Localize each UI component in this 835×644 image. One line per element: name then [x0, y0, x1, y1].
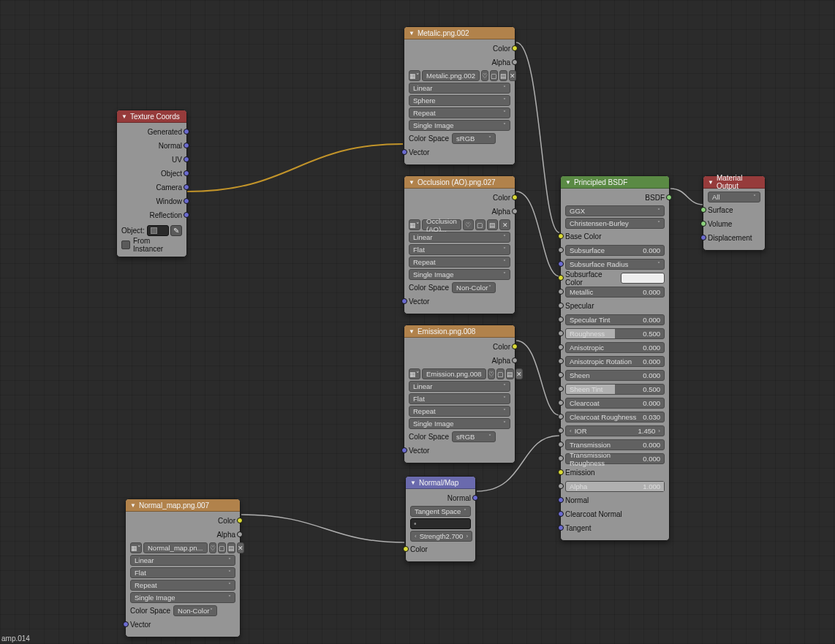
extension-dropdown[interactable]: Repeat˅: [409, 107, 510, 118]
socket-clearcoat[interactable]: [558, 400, 564, 406]
node-header[interactable]: ▼Metalic.png.002: [404, 27, 515, 39]
socket-sheen[interactable]: [558, 372, 564, 378]
socket-surface[interactable]: [700, 207, 706, 213]
node-image-texture-normal[interactable]: ▼Normal_map.png.007 Color Alpha ▦˅ Norma…: [125, 499, 241, 637]
specular-tint-slider[interactable]: Specular Tint0.000: [565, 314, 665, 325]
node-header[interactable]: ▼ Texture Coords: [117, 110, 186, 123]
interpolation-dropdown[interactable]: Linear˅: [409, 83, 510, 94]
image-browse-icon[interactable]: ▦˅: [409, 368, 420, 379]
socket-bsdf-out[interactable]: [666, 194, 672, 200]
socket-color-out[interactable]: [512, 45, 518, 51]
socket-alpha-out[interactable]: [512, 357, 518, 363]
source-dropdown[interactable]: Single Image˅: [409, 418, 510, 429]
interpolation-dropdown[interactable]: Linear˅: [409, 381, 510, 392]
distribution-dropdown[interactable]: GGX˅: [565, 205, 665, 216]
socket-specular-tint[interactable]: [558, 317, 564, 322]
open-image-icon[interactable]: ▤: [227, 542, 235, 553]
open-image-icon[interactable]: ▤: [506, 368, 514, 379]
socket-normal[interactable]: [184, 143, 189, 148]
node-normal-map[interactable]: ▼Normal/Map Normal Tangent Space˅ • ‹Str…: [405, 476, 476, 562]
socket-subsurf-radius[interactable]: [558, 261, 564, 267]
socket-vector-in[interactable]: [401, 447, 407, 453]
image-name-field[interactable]: Emission.png.008: [422, 368, 486, 379]
node-header[interactable]: ▼Principled BSDF: [561, 176, 669, 189]
image-browse-icon[interactable]: ▦˅: [130, 542, 142, 553]
image-browse-icon[interactable]: ▦˅: [409, 219, 420, 230]
socket-transmission-roughness[interactable]: [558, 455, 564, 461]
source-dropdown[interactable]: Single Image˅: [409, 269, 510, 280]
node-header[interactable]: ▼Emission.png.008: [404, 325, 515, 338]
node-header[interactable]: ▼Normal_map.png.007: [126, 499, 240, 512]
subsurf-radius-dropdown[interactable]: Subsurface Radius˅: [565, 259, 665, 270]
node-image-texture-metalic[interactable]: ▼Metalic.png.002 Color Alpha ▦˅ Metalic.…: [404, 26, 515, 165]
socket-clearcoat-normal[interactable]: [558, 511, 564, 517]
socket-clearcoat-roughness[interactable]: [558, 414, 564, 420]
from-instancer-checkbox[interactable]: [121, 240, 130, 249]
fake-user-icon[interactable]: ♡: [488, 368, 495, 379]
socket-base-color[interactable]: [558, 233, 564, 239]
strength-slider[interactable]: ‹Strength2.700›: [410, 531, 472, 542]
interpolation-dropdown[interactable]: Linear˅: [130, 555, 235, 566]
socket-uv[interactable]: [184, 156, 189, 162]
subsurface-slider[interactable]: Subsurface0.000: [565, 245, 665, 256]
image-name-field[interactable]: Normal_map.pn...: [143, 542, 208, 553]
projection-dropdown[interactable]: Flat˅: [409, 244, 510, 255]
anisotropic-slider[interactable]: Anisotropic0.000: [565, 342, 665, 353]
anisotropic-rotation-slider[interactable]: Anisotropic Rotation0.000: [565, 356, 665, 367]
socket-camera[interactable]: [184, 184, 189, 190]
projection-dropdown[interactable]: Sphere˅: [409, 95, 510, 106]
new-image-icon[interactable]: ▢: [496, 368, 505, 379]
extension-dropdown[interactable]: Repeat˅: [130, 580, 235, 591]
open-image-icon[interactable]: ▤: [487, 219, 498, 230]
colorspace-dropdown[interactable]: sRGB˅: [452, 133, 496, 144]
node-image-texture-ao[interactable]: ▼Occlusion (AO).png.027 Color Alpha ▦˅ O…: [404, 175, 515, 314]
unlink-icon[interactable]: ✕: [515, 368, 523, 379]
image-name-field[interactable]: Occlusion (AO)...: [422, 219, 461, 230]
new-image-icon[interactable]: ▢: [475, 219, 486, 230]
node-material-output[interactable]: ▼Material Output All˅ Surface Volume Dis…: [703, 175, 766, 251]
subsurf-color-swatch[interactable]: [621, 273, 665, 284]
clearcoat-slider[interactable]: Clearcoat0.000: [565, 398, 665, 409]
transmission-roughness-slider[interactable]: Transmission Roughness0.000: [565, 453, 665, 464]
socket-alpha-out[interactable]: [512, 208, 518, 214]
unlink-icon[interactable]: ✕: [499, 219, 510, 230]
socket-reflection[interactable]: [184, 212, 189, 218]
open-image-icon[interactable]: ▤: [499, 70, 507, 81]
subsurf-method-dropdown[interactable]: Christensen-Burley˅: [565, 218, 665, 229]
projection-dropdown[interactable]: Flat˅: [409, 393, 510, 404]
socket-color-out[interactable]: [512, 194, 518, 200]
node-header[interactable]: ▼Material Output: [703, 176, 765, 189]
eyedropper-icon[interactable]: ✎: [170, 225, 182, 236]
colorspace-dropdown[interactable]: sRGB˅: [452, 431, 496, 442]
sheen-tint-slider[interactable]: Sheen Tint0.500: [565, 384, 665, 395]
socket-ior[interactable]: [558, 428, 564, 433]
unlink-icon[interactable]: ✕: [237, 542, 244, 553]
socket-vector-in[interactable]: [401, 298, 407, 304]
extension-dropdown[interactable]: Repeat˅: [409, 406, 510, 417]
node-header[interactable]: ▼Normal/Map: [406, 477, 475, 489]
socket-color-out[interactable]: [512, 344, 518, 349]
object-picker[interactable]: [147, 225, 169, 236]
fake-user-icon[interactable]: ♡: [209, 542, 216, 553]
socket-normal[interactable]: [558, 497, 564, 503]
socket-alpha-out[interactable]: [512, 59, 518, 65]
collapse-icon[interactable]: ▼: [121, 113, 127, 120]
roughness-slider[interactable]: Roughness0.500: [565, 328, 665, 339]
socket-anisotropic[interactable]: [558, 344, 564, 350]
socket-object[interactable]: [184, 170, 189, 176]
projection-dropdown[interactable]: Flat˅: [130, 567, 235, 578]
socket-generated[interactable]: [184, 129, 189, 135]
node-principled-bsdf[interactable]: ▼Principled BSDF BSDF GGX˅ Christensen-B…: [560, 175, 670, 541]
uvmap-field[interactable]: •: [410, 518, 471, 529]
extension-dropdown[interactable]: Repeat˅: [409, 257, 510, 268]
socket-subsurf-color[interactable]: [558, 275, 564, 281]
new-image-icon[interactable]: ▢: [490, 70, 498, 81]
socket-transmission[interactable]: [558, 442, 564, 447]
socket-specular[interactable]: [558, 303, 564, 308]
socket-vector-in[interactable]: [401, 149, 407, 155]
alpha-slider[interactable]: Alpha1.000: [565, 481, 665, 492]
target-dropdown[interactable]: All˅: [708, 192, 760, 202]
fake-user-icon[interactable]: ♡: [463, 219, 474, 230]
colorspace-dropdown[interactable]: Non-Color˅: [173, 605, 217, 616]
fake-user-icon[interactable]: ♡: [481, 70, 488, 81]
